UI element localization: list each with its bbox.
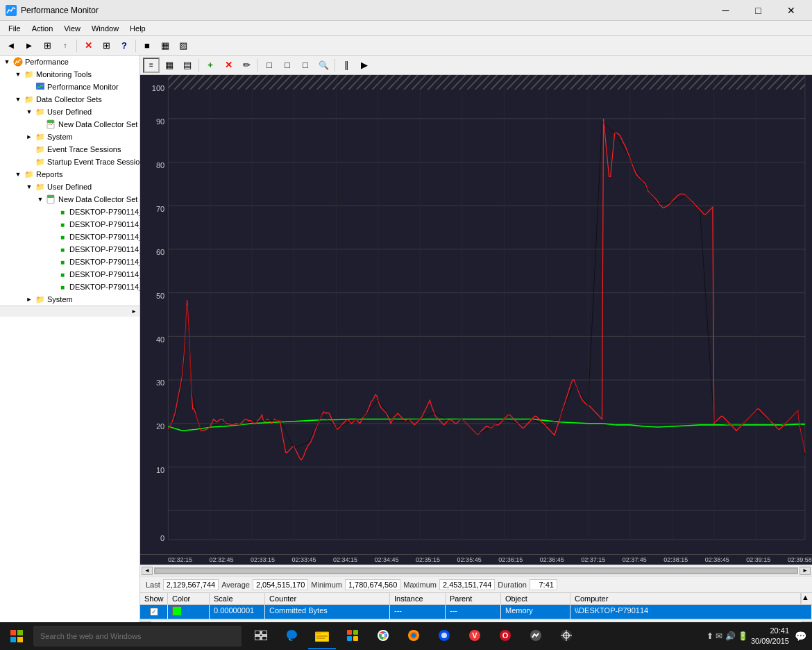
sidebar-item-user-defined[interactable]: ▼ 📁 User Defined — [0, 106, 139, 118]
sidebar-item-event-trace[interactable]: 📁 Event Trace Sessions — [0, 143, 139, 156]
expand-icon: ▼ — [1, 56, 12, 67]
left-panel-scrollbar[interactable]: ► — [0, 306, 139, 317]
sidebar-item-system[interactable]: ► 📁 System — [0, 131, 139, 143]
scroll-right-arrow[interactable]: ► — [130, 308, 138, 315]
forward-button[interactable]: ► — [21, 38, 37, 53]
sidebar-item-startup-event-trace[interactable]: 📁 Startup Event Trace Sessions — [0, 156, 139, 168]
menu-view[interactable]: View — [58, 23, 86, 34]
copy-button[interactable]: □ — [261, 58, 278, 73]
no-expand — [46, 219, 57, 230]
scrollbar-track[interactable] — [154, 567, 798, 574]
taskbar-edge[interactable] — [278, 623, 305, 649]
sidebar-label-desktop-2: DESKTOP-P790114_20 — [69, 220, 140, 228]
sidebar-label-monitoring-tools: Monitoring Tools — [36, 70, 92, 78]
col-color[interactable]: Color — [168, 593, 210, 604]
no-expand — [46, 231, 57, 242]
menu-help[interactable]: Help — [124, 23, 151, 34]
taskbar-search-input[interactable] — [33, 626, 242, 647]
svg-text:40: 40 — [156, 335, 164, 344]
col-instance[interactable]: Instance — [390, 593, 446, 604]
chart-type-2[interactable]: ▦ — [161, 58, 178, 73]
sidebar-item-data-collector-sets[interactable]: ▼ 📁 Data Collector Sets — [0, 93, 139, 106]
zoom-button[interactable]: 🔍 — [315, 58, 332, 73]
scroll-right-btn[interactable]: ► — [800, 567, 811, 575]
chart-type-1[interactable]: ≡ — [143, 58, 160, 73]
menu-file[interactable]: File — [3, 23, 26, 34]
x-label-8: 02:36:15 — [498, 556, 523, 563]
sidebar-item-new-collector[interactable]: New Data Collector Set — [0, 118, 139, 131]
sidebar-item-reports[interactable]: ▼ 📁 Reports — [0, 168, 139, 181]
col-parent[interactable]: Parent — [446, 593, 501, 604]
properties-button[interactable]: ⊞ — [98, 38, 115, 53]
sidebar-item-desktop-6[interactable]: ■ DESKTOP-P790114_20 — [0, 268, 139, 281]
remove-counter-button[interactable]: ✕ — [220, 58, 237, 73]
menu-window[interactable]: Window — [86, 23, 124, 34]
tray-clock[interactable]: 20:41 30/09/2015 — [751, 626, 789, 647]
maximize-button[interactable]: □ — [743, 0, 774, 21]
sidebar-label-reports: Reports — [36, 170, 63, 178]
sidebar-item-desktop-2[interactable]: ■ DESKTOP-P790114_20 — [0, 218, 139, 231]
view3-button[interactable]: ▨ — [175, 38, 192, 53]
edit-counter-button[interactable]: ✏ — [238, 58, 255, 73]
sidebar-item-reports-new-collector[interactable]: ▼ New Data Collector Set — [0, 193, 139, 206]
back-button[interactable]: ◄ — [3, 38, 19, 53]
expand-icon: ▼ — [12, 69, 24, 80]
show-hide-button[interactable]: ⊞ — [39, 38, 56, 53]
clear-button[interactable]: □ — [297, 58, 314, 73]
taskbar-vivaldi[interactable]: V — [461, 623, 489, 649]
taskbar-firefox[interactable] — [400, 623, 428, 649]
taskbar-app2[interactable] — [522, 623, 550, 649]
pause-button[interactable]: ‖ — [338, 58, 355, 73]
sidebar-item-desktop-7[interactable]: ■ DESKTOP-P790114_20 — [0, 281, 139, 293]
start-button[interactable] — [0, 622, 33, 650]
sidebar-item-system2[interactable]: ► 📁 System — [0, 293, 139, 306]
taskbar-chrome[interactable] — [369, 623, 397, 649]
taskbar-opera[interactable]: O — [491, 623, 519, 649]
taskbar-app1[interactable] — [430, 623, 458, 649]
add-counter-button[interactable]: + — [202, 58, 219, 73]
close-button[interactable]: ✕ — [775, 0, 806, 21]
menu-action[interactable]: Action — [26, 23, 59, 34]
svg-rect-49 — [10, 630, 16, 635]
left-panel: ▼ Performance ▼ 📁 Monitoring Tools — [0, 56, 140, 631]
sidebar-item-desktop-5[interactable]: ■ DESKTOP-P790114_20 — [0, 256, 139, 268]
chart-horizontal-scrollbar[interactable]: ◄ ► — [140, 565, 812, 576]
scroll-left-btn[interactable]: ◄ — [142, 567, 153, 575]
notification-icon[interactable]: 💬 — [795, 631, 806, 642]
col-show[interactable]: Show — [140, 593, 168, 604]
up-button[interactable]: ↑ — [57, 38, 74, 53]
col-scale[interactable]: Scale — [210, 593, 265, 604]
col-object[interactable]: Object — [501, 593, 570, 604]
sidebar-item-desktop-4[interactable]: ■ DESKTOP-P790114_20 — [0, 243, 139, 256]
col-counter[interactable]: Counter — [265, 593, 390, 604]
sidebar-item-performance[interactable]: ▼ Performance — [0, 56, 139, 68]
tray-icons: ⬆ ✉ 🔊 🔋 — [707, 631, 748, 641]
scroll-up-arrow[interactable]: ▲ — [801, 593, 812, 604]
scrollbar-thumb[interactable] — [155, 568, 797, 574]
taskbar-task-view[interactable] — [247, 623, 275, 649]
minimize-button[interactable]: ─ — [710, 0, 741, 21]
sidebar-item-performance-monitor[interactable]: Performance Monitor — [0, 81, 139, 93]
taskbar-app3[interactable] — [552, 623, 580, 649]
sidebar-item-monitoring-tools[interactable]: ▼ 📁 Monitoring Tools — [0, 68, 139, 81]
taskbar-store[interactable] — [339, 623, 366, 649]
chart-type-3[interactable]: ▤ — [179, 58, 196, 73]
taskbar-file-explorer[interactable] — [308, 623, 336, 649]
col-computer[interactable]: Computer — [570, 593, 801, 604]
view1-button[interactable]: ■ — [139, 38, 155, 53]
show-checkbox[interactable]: ✓ — [150, 608, 158, 616]
sidebar-label-performance: Performance — [25, 58, 69, 66]
help-button[interactable]: ? — [116, 38, 133, 53]
sidebar-item-desktop-1[interactable]: ■ DESKTOP-P790114_20 — [0, 206, 139, 218]
paste-button[interactable]: □ — [279, 58, 296, 73]
view2-button[interactable]: ▦ — [157, 38, 174, 53]
sidebar-item-reports-user-defined[interactable]: ▼ 📁 User Defined — [0, 181, 139, 193]
svg-rect-61 — [347, 636, 352, 641]
play-button[interactable]: ▶ — [356, 58, 373, 73]
delete-button[interactable]: ✕ — [80, 38, 96, 53]
folder-icon2: 📁 — [35, 294, 46, 305]
color-cell — [168, 605, 210, 619]
sidebar-item-desktop-3[interactable]: ■ DESKTOP-P790114_20 — [0, 231, 139, 243]
table-row[interactable]: ✓ 0.00000001 Committed Bytes --- --- Mem… — [140, 605, 812, 619]
x-label-4: 02:34:15 — [333, 556, 357, 563]
